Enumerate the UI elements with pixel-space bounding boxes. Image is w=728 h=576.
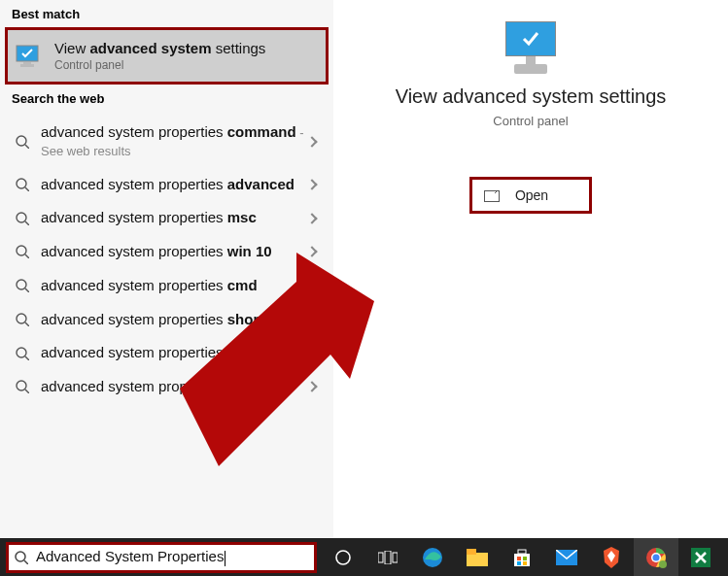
chevron-right-icon	[306, 382, 317, 392]
svg-line-12	[25, 288, 29, 292]
svg-point-15	[17, 348, 26, 357]
file-explorer-icon[interactable]	[455, 538, 500, 576]
search-icon	[16, 178, 29, 191]
web-result-text: advanced system properties win 10	[41, 243, 308, 261]
detail-title: View advanced system settings	[333, 85, 728, 108]
control-panel-monitor-icon	[16, 45, 45, 68]
svg-rect-33	[523, 557, 527, 560]
search-icon	[15, 551, 28, 564]
open-icon	[484, 189, 500, 201]
svg-point-17	[17, 381, 26, 390]
search-icon	[16, 245, 29, 258]
web-result-text: advanced system properties msc	[41, 209, 308, 227]
mail-icon[interactable]	[544, 538, 589, 576]
web-result[interactable]: advanced system properties cmd	[0, 269, 333, 303]
svg-rect-35	[523, 561, 527, 565]
edge-icon[interactable]	[410, 538, 455, 576]
svg-point-5	[17, 179, 26, 188]
svg-rect-1	[23, 62, 31, 64]
web-result-text: advanced system properties exe	[41, 344, 322, 362]
web-result-text: advanced system properties cmd	[41, 277, 308, 295]
microsoft-store-icon[interactable]	[500, 538, 544, 576]
svg-point-39	[653, 554, 660, 560]
web-result[interactable]: advanced system properties win 10	[0, 235, 333, 269]
taskbar: Advanced System Properties	[0, 538, 728, 576]
best-match-text: View advanced system settings Control pa…	[54, 40, 318, 72]
chrome-icon[interactable]	[634, 538, 678, 576]
web-result-text: advanced system properties shortcut	[41, 311, 322, 329]
brave-icon[interactable]	[589, 538, 634, 576]
web-results-list: advanced system properties command - See…	[0, 116, 333, 404]
svg-line-4	[25, 145, 29, 149]
excel-icon[interactable]	[678, 538, 723, 576]
svg-line-6	[25, 187, 29, 191]
taskbar-icons	[321, 538, 723, 576]
best-match-subtitle: Control panel	[54, 58, 318, 72]
svg-rect-31	[518, 550, 526, 554]
web-result[interactable]: advanced system properties msc	[0, 201, 333, 235]
svg-point-9	[17, 246, 26, 255]
web-result-text: advanced system properties	[41, 378, 308, 396]
task-view-icon[interactable]	[365, 538, 410, 576]
svg-point-11	[17, 280, 26, 289]
svg-rect-32	[517, 557, 521, 560]
svg-rect-28	[467, 553, 488, 566]
svg-point-13	[17, 314, 26, 323]
open-label: Open	[515, 187, 548, 203]
web-result[interactable]: advanced system properties exe	[0, 336, 333, 370]
svg-line-16	[25, 356, 29, 360]
svg-rect-24	[378, 553, 383, 562]
svg-line-10	[25, 254, 29, 258]
web-result-text: advanced system properties advanced	[41, 176, 308, 194]
svg-point-23	[336, 551, 350, 564]
svg-line-14	[25, 322, 29, 326]
chevron-right-icon	[306, 280, 317, 290]
open-button[interactable]: Open	[469, 177, 592, 214]
search-icon	[16, 135, 29, 149]
search-web-header: Search the web	[0, 85, 333, 112]
chevron-right-icon	[306, 136, 317, 147]
svg-rect-25	[385, 551, 391, 564]
svg-rect-19	[484, 191, 499, 202]
best-match-header: Best match	[0, 0, 333, 27]
cortana-circle-icon[interactable]	[321, 538, 365, 576]
detail-subtitle: Control panel	[333, 114, 728, 128]
web-result[interactable]: advanced system properties shortcut	[0, 303, 333, 337]
svg-rect-26	[393, 553, 398, 562]
search-input-text: Advanced System Properties	[36, 548, 308, 565]
svg-rect-34	[517, 561, 521, 565]
search-icon	[16, 279, 29, 292]
taskbar-search-input[interactable]: Advanced System Properties	[6, 542, 317, 573]
web-result-text: advanced system properties command - See…	[41, 123, 308, 160]
chevron-right-icon	[306, 247, 317, 257]
svg-line-18	[25, 390, 29, 393]
svg-point-40	[659, 560, 667, 568]
svg-line-22	[24, 560, 28, 564]
svg-rect-30	[514, 554, 530, 566]
result-detail-pane: View advanced system settings Control pa…	[333, 0, 728, 538]
svg-rect-2	[20, 64, 34, 67]
web-result[interactable]: advanced system properties advanced	[0, 168, 333, 202]
svg-point-3	[17, 136, 26, 146]
web-result[interactable]: advanced system properties	[0, 370, 333, 404]
chevron-right-icon	[306, 179, 317, 189]
chevron-right-icon	[306, 213, 317, 223]
svg-rect-29	[467, 549, 476, 555]
svg-line-8	[25, 221, 29, 225]
search-icon	[16, 212, 29, 225]
search-icon	[16, 380, 29, 393]
svg-point-21	[16, 552, 25, 561]
svg-point-7	[17, 213, 26, 222]
best-match-title: View advanced system settings	[54, 40, 318, 56]
search-icon	[16, 313, 29, 326]
web-result[interactable]: advanced system properties command - See…	[0, 116, 333, 168]
search-icon	[16, 347, 29, 360]
detail-monitor-icon	[497, 21, 565, 74]
start-search-panel: Best match View advanced system settings…	[0, 0, 333, 538]
best-match-result[interactable]: View advanced system settings Control pa…	[5, 27, 329, 85]
